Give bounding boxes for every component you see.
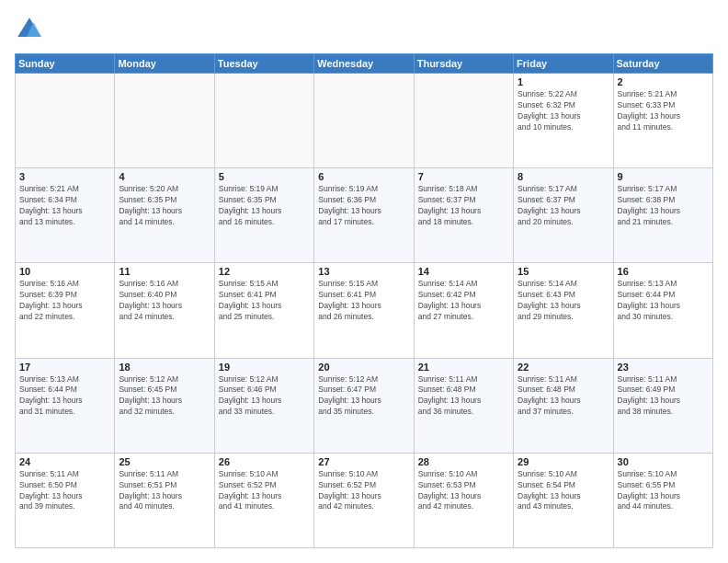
logo [15,15,48,44]
calendar-cell: 1Sunrise: 5:22 AM Sunset: 6:32 PM Daylig… [514,74,613,168]
calendar-cell: 13Sunrise: 5:15 AM Sunset: 6:41 PM Dayli… [314,263,414,358]
calendar-cell: 22Sunrise: 5:11 AM Sunset: 6:48 PM Dayli… [514,358,613,453]
day-info: Sunrise: 5:11 AM Sunset: 6:49 PM Dayligh… [618,374,709,419]
day-number: 13 [318,266,409,277]
day-number: 14 [418,266,509,277]
day-info: Sunrise: 5:17 AM Sunset: 6:37 PM Dayligh… [518,184,609,228]
day-info: Sunrise: 5:19 AM Sunset: 6:35 PM Dayligh… [219,184,310,228]
day-info: Sunrise: 5:10 AM Sunset: 6:52 PM Dayligh… [318,469,409,513]
day-info: Sunrise: 5:10 AM Sunset: 6:54 PM Dayligh… [518,469,609,513]
day-info: Sunrise: 5:11 AM Sunset: 6:50 PM Dayligh… [19,469,110,513]
calendar-week-1: 3Sunrise: 5:21 AM Sunset: 6:34 PM Daylig… [16,168,713,263]
calendar-cell: 4Sunrise: 5:20 AM Sunset: 6:35 PM Daylig… [115,168,214,263]
weekday-header-sunday: Sunday [16,54,115,74]
calendar-cell: 6Sunrise: 5:19 AM Sunset: 6:36 PM Daylig… [314,168,414,263]
day-number: 17 [19,362,110,373]
day-number: 20 [318,362,409,373]
calendar-cell: 20Sunrise: 5:12 AM Sunset: 6:47 PM Dayli… [314,358,414,453]
calendar-cell: 28Sunrise: 5:10 AM Sunset: 6:53 PM Dayli… [414,453,513,547]
day-info: Sunrise: 5:16 AM Sunset: 6:40 PM Dayligh… [119,279,210,323]
calendar-cell: 16Sunrise: 5:13 AM Sunset: 6:44 PM Dayli… [613,263,712,358]
day-number: 15 [518,266,609,277]
calendar-cell: 27Sunrise: 5:10 AM Sunset: 6:52 PM Dayli… [314,453,414,547]
weekday-header-saturday: Saturday [613,54,712,74]
weekday-header-tuesday: Tuesday [214,54,313,74]
day-number: 28 [418,456,509,467]
day-number: 25 [119,456,210,467]
weekday-header-row: SundayMondayTuesdayWednesdayThursdayFrid… [16,54,713,74]
day-info: Sunrise: 5:17 AM Sunset: 6:38 PM Dayligh… [618,184,709,228]
day-number: 8 [518,171,609,182]
weekday-header-monday: Monday [115,54,214,74]
calendar-cell: 10Sunrise: 5:16 AM Sunset: 6:39 PM Dayli… [16,263,115,358]
day-info: Sunrise: 5:20 AM Sunset: 6:35 PM Dayligh… [119,184,210,228]
calendar-cell: 12Sunrise: 5:15 AM Sunset: 6:41 PM Dayli… [214,263,313,358]
calendar-cell [414,74,513,168]
day-number: 11 [119,266,210,277]
weekday-header-friday: Friday [514,54,613,74]
calendar-cell: 9Sunrise: 5:17 AM Sunset: 6:38 PM Daylig… [613,168,712,263]
day-info: Sunrise: 5:14 AM Sunset: 6:42 PM Dayligh… [418,279,509,323]
day-number: 4 [119,171,210,182]
day-number: 6 [318,171,409,182]
day-info: Sunrise: 5:16 AM Sunset: 6:39 PM Dayligh… [19,279,110,323]
day-number: 10 [19,266,110,277]
header [15,15,713,44]
calendar-cell: 21Sunrise: 5:11 AM Sunset: 6:48 PM Dayli… [414,358,513,453]
calendar-cell: 19Sunrise: 5:12 AM Sunset: 6:46 PM Dayli… [214,358,313,453]
weekday-header-wednesday: Wednesday [314,54,414,74]
day-number: 24 [19,456,110,467]
day-info: Sunrise: 5:13 AM Sunset: 6:44 PM Dayligh… [19,374,110,419]
calendar-cell: 25Sunrise: 5:11 AM Sunset: 6:51 PM Dayli… [115,453,214,547]
calendar-cell: 26Sunrise: 5:10 AM Sunset: 6:52 PM Dayli… [214,453,313,547]
day-info: Sunrise: 5:14 AM Sunset: 6:43 PM Dayligh… [518,279,609,323]
calendar-cell [115,74,214,168]
calendar-cell: 18Sunrise: 5:12 AM Sunset: 6:45 PM Dayli… [115,358,214,453]
calendar-cell: 23Sunrise: 5:11 AM Sunset: 6:49 PM Dayli… [613,358,712,453]
general-blue-logo-icon [15,15,44,44]
day-info: Sunrise: 5:13 AM Sunset: 6:44 PM Dayligh… [618,279,709,323]
day-number: 29 [518,456,609,467]
day-info: Sunrise: 5:21 AM Sunset: 6:33 PM Dayligh… [618,89,709,133]
day-number: 18 [119,362,210,373]
page: SundayMondayTuesdayWednesdayThursdayFrid… [0,0,728,563]
calendar-table: SundayMondayTuesdayWednesdayThursdayFrid… [15,53,713,548]
day-number: 22 [518,362,609,373]
day-info: Sunrise: 5:12 AM Sunset: 6:45 PM Dayligh… [119,374,210,419]
day-info: Sunrise: 5:22 AM Sunset: 6:32 PM Dayligh… [518,89,609,133]
day-info: Sunrise: 5:11 AM Sunset: 6:48 PM Dayligh… [518,374,609,419]
calendar-cell: 2Sunrise: 5:21 AM Sunset: 6:33 PM Daylig… [613,74,712,168]
calendar-cell: 7Sunrise: 5:18 AM Sunset: 6:37 PM Daylig… [414,168,513,263]
day-number: 3 [19,171,110,182]
calendar-cell: 15Sunrise: 5:14 AM Sunset: 6:43 PM Dayli… [514,263,613,358]
day-info: Sunrise: 5:21 AM Sunset: 6:34 PM Dayligh… [19,184,110,228]
day-number: 23 [618,362,709,373]
calendar-cell: 17Sunrise: 5:13 AM Sunset: 6:44 PM Dayli… [16,358,115,453]
day-number: 16 [618,266,709,277]
calendar-week-0: 1Sunrise: 5:22 AM Sunset: 6:32 PM Daylig… [16,74,713,168]
day-info: Sunrise: 5:11 AM Sunset: 6:51 PM Dayligh… [119,469,210,513]
weekday-header-thursday: Thursday [414,54,513,74]
day-info: Sunrise: 5:15 AM Sunset: 6:41 PM Dayligh… [318,279,409,323]
day-number: 9 [618,171,709,182]
calendar-cell: 29Sunrise: 5:10 AM Sunset: 6:54 PM Dayli… [514,453,613,547]
day-info: Sunrise: 5:19 AM Sunset: 6:36 PM Dayligh… [318,184,409,228]
day-info: Sunrise: 5:18 AM Sunset: 6:37 PM Dayligh… [418,184,509,228]
calendar-week-3: 17Sunrise: 5:13 AM Sunset: 6:44 PM Dayli… [16,358,713,453]
calendar-week-2: 10Sunrise: 5:16 AM Sunset: 6:39 PM Dayli… [16,263,713,358]
day-info: Sunrise: 5:12 AM Sunset: 6:46 PM Dayligh… [219,374,310,419]
day-info: Sunrise: 5:11 AM Sunset: 6:48 PM Dayligh… [418,374,509,419]
day-info: Sunrise: 5:10 AM Sunset: 6:52 PM Dayligh… [219,469,310,513]
day-number: 2 [618,76,709,87]
day-number: 5 [219,171,310,182]
day-number: 19 [219,362,310,373]
calendar-cell: 5Sunrise: 5:19 AM Sunset: 6:35 PM Daylig… [214,168,313,263]
day-number: 1 [518,76,609,87]
calendar-cell: 8Sunrise: 5:17 AM Sunset: 6:37 PM Daylig… [514,168,613,263]
calendar-cell: 30Sunrise: 5:10 AM Sunset: 6:55 PM Dayli… [613,453,712,547]
day-number: 12 [219,266,310,277]
calendar-cell [214,74,313,168]
day-number: 27 [318,456,409,467]
day-number: 30 [618,456,709,467]
day-number: 21 [418,362,509,373]
